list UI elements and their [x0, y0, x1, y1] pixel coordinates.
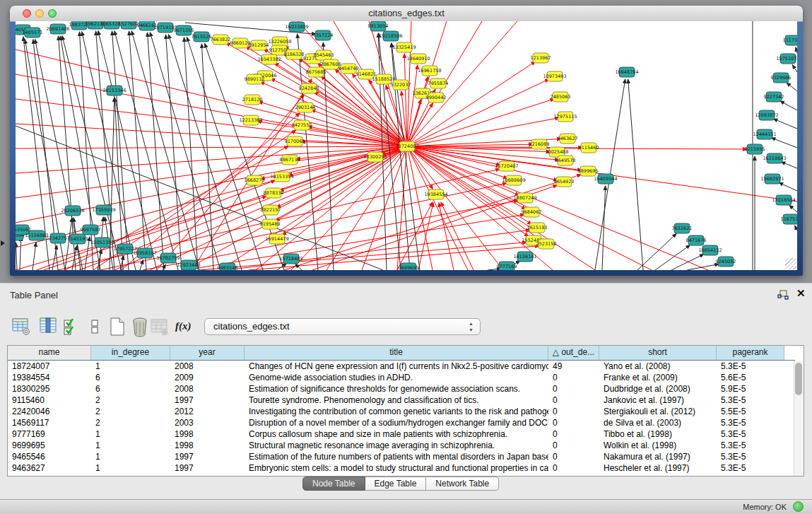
panel-collapse-arrow-icon[interactable]	[1, 240, 5, 246]
graph-node[interactable]: 12093872	[755, 110, 778, 120]
graph-node[interactable]: 12923448	[177, 260, 200, 270]
graph-node[interactable]: 9170065	[285, 136, 305, 146]
graph-node[interactable]: 1668275	[245, 175, 265, 185]
graph-node[interactable]: 8471676	[686, 235, 707, 245]
graph-node[interactable]: 8822157	[261, 205, 281, 215]
graph-node[interactable]: 1213967	[531, 53, 551, 63]
tab-node-table[interactable]: Node Table	[302, 477, 365, 491]
graph-node[interactable]: 7632621	[672, 223, 693, 233]
graph-node[interactable]: 1527602	[119, 21, 139, 29]
graph-node[interactable]: 12213363	[239, 115, 262, 125]
graph-node[interactable]: 7663822	[211, 35, 231, 45]
graph-node[interactable]: 15751074	[776, 54, 797, 64]
graph-node[interactable]: 8215955	[745, 144, 765, 154]
function-builder-icon[interactable]: f(x)	[175, 320, 195, 341]
column-header-name[interactable]: name	[8, 346, 91, 360]
table-row[interactable]: 969969511998Structural magnetic resonanc…	[8, 440, 795, 451]
graph-node[interactable]: 16648784	[615, 67, 638, 77]
table-row[interactable]: 1456911722003Disruption of a novel membe…	[8, 417, 795, 428]
graph-node[interactable]: 11156863	[25, 230, 48, 240]
graph-node[interactable]: 10688609	[502, 175, 525, 185]
column-header-out_de[interactable]: △ out_de...	[548, 346, 599, 360]
table-mode-icon[interactable]	[11, 316, 31, 337]
graph-node[interactable]: 1615183	[527, 223, 548, 233]
graph-node[interactable]: 8427552	[292, 120, 312, 130]
graph-node[interactable]: 19384554	[424, 189, 447, 199]
graph-node[interactable]: 8912954	[249, 40, 269, 50]
graph-node[interactable]: 15692971	[760, 174, 784, 184]
graph-node[interactable]: 7615526	[192, 32, 212, 42]
graph-node[interactable]: 14136141	[513, 252, 536, 262]
graph-node[interactable]: 9242848	[299, 83, 319, 93]
graph-node[interactable]: 8813054	[368, 21, 389, 31]
graph-node[interactable]: 14153359	[270, 172, 293, 182]
graph-node[interactable]: 9097587	[81, 225, 101, 235]
graph-node[interactable]: 12342757	[46, 233, 69, 243]
graph-node[interactable]: 1145193	[68, 234, 88, 244]
graph-node[interactable]: 1167533	[781, 214, 797, 224]
column-header-short[interactable]: short	[599, 346, 717, 360]
column-header-title[interactable]: title	[245, 346, 548, 360]
graph-node[interactable]: 1405571	[23, 28, 43, 37]
graph-node[interactable]: 9860129	[230, 38, 251, 48]
graph-node[interactable]: 12975115	[553, 112, 577, 122]
graph-node[interactable]: 16961758	[418, 66, 441, 76]
delete-columns-icon[interactable]	[130, 316, 150, 337]
column-header-year[interactable]: year	[170, 346, 245, 360]
table-row[interactable]: 946554611997Estimation of the future num…	[8, 451, 795, 462]
graph-node[interactable]: 8878334	[264, 188, 284, 198]
graph-node[interactable]: 17359939	[92, 205, 115, 215]
graph-node[interactable]: 16782759	[156, 253, 180, 263]
graph-node[interactable]: 16409544	[594, 174, 617, 184]
tab-edge-table[interactable]: Edge Table	[365, 477, 427, 491]
graph-node[interactable]: 8186328	[284, 49, 305, 59]
graph-node[interactable]: 9699695	[399, 263, 419, 270]
graph-node[interactable]: 1216089	[529, 139, 550, 149]
graph-node[interactable]: 9899695	[578, 166, 599, 176]
graph-node[interactable]: 16914479	[265, 234, 288, 244]
table-row[interactable]: 1830029562008Estimation of significance …	[8, 383, 795, 395]
table-row[interactable]: 946362711997Embryonic stem cells: a mode…	[8, 462, 795, 474]
graph-node[interactable]: 5322037	[391, 80, 411, 90]
graph-node[interactable]: 8545463	[314, 50, 334, 60]
graph-node[interactable]: 2523158	[536, 239, 557, 249]
close-panel-icon[interactable]: ✕	[796, 287, 806, 300]
table-row[interactable]: 977716911998Corpus callosum shape and si…	[8, 428, 795, 440]
scrollbar-thumb[interactable]	[795, 363, 802, 395]
graph-node[interactable]: 16033809	[285, 22, 308, 32]
graph-node[interactable]: 16210643	[763, 153, 786, 163]
graph-node[interactable]: 2903144	[295, 103, 316, 112]
resize-grip-icon[interactable]	[785, 258, 796, 269]
graph-node[interactable]: 9195489	[260, 219, 281, 229]
graph-node[interactable]: 9329966	[771, 73, 792, 83]
create-column-icon[interactable]	[107, 316, 127, 337]
show-columns-icon[interactable]	[39, 316, 59, 337]
graph-node[interactable]: 18807249	[513, 193, 536, 203]
unselect-all-columns-icon[interactable]	[86, 316, 105, 337]
graph-node[interactable]: 7955874	[428, 78, 449, 88]
graph-node[interactable]: 9465546	[218, 263, 238, 270]
graph-node[interactable]: 9649578	[555, 156, 576, 165]
network-graph[interactable]: 3405574140557120691406188372719621351065…	[16, 21, 797, 270]
graph-node[interactable]: 9115460	[579, 143, 599, 153]
graph-node[interactable]: 10654112	[698, 245, 722, 255]
column-header-in_degree[interactable]: in_degree	[91, 346, 170, 360]
vertical-scrollbar[interactable]	[794, 361, 804, 476]
graph-node[interactable]: 9654923	[554, 177, 575, 187]
graph-node[interactable]: 12444151	[753, 129, 776, 139]
table-row[interactable]: 1872400712008Changes of HCN gene express…	[8, 361, 795, 372]
graph-node[interactable]: 2718120	[242, 95, 263, 105]
graph-node[interactable]: 8990442	[426, 93, 447, 103]
graph-node[interactable]: 8867130	[280, 155, 300, 165]
graph-node[interactable]: 9684067	[522, 207, 542, 217]
float-panel-icon[interactable]	[777, 290, 789, 300]
graph-node[interactable]: 9227342	[764, 92, 784, 102]
table-row[interactable]: 1938455462009Genome-wide association stu…	[8, 372, 795, 383]
table-selector-dropdown[interactable]: citations_edges.txt ▲▼	[204, 318, 481, 335]
graph-node[interactable]: 9245052	[716, 257, 736, 267]
network-canvas[interactable]: 3405574140557120691406188372719621351065…	[16, 21, 797, 270]
graph-node[interactable]: 13325419	[392, 42, 416, 52]
table-row[interactable]: 2242004622012Investigating the contribut…	[8, 406, 795, 417]
graph-node[interactable]: 8675685	[306, 67, 326, 77]
graph-node[interactable]: 20691406	[46, 24, 69, 34]
